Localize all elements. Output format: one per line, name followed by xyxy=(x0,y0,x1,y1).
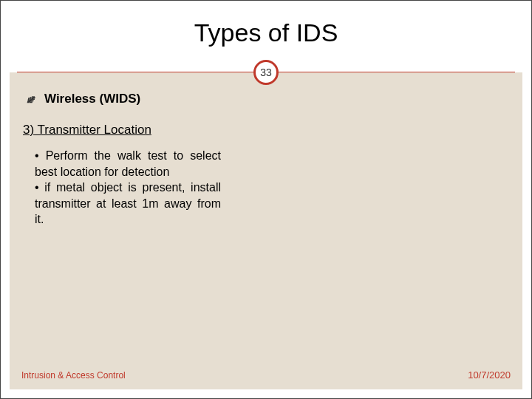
bullet-icon: ⸙ xyxy=(27,92,34,106)
footer-left: Intrusion & Access Control xyxy=(21,370,126,381)
section-title: 3) Transmitter Location xyxy=(23,123,505,137)
content-block: • Perform the walk test to select best l… xyxy=(35,148,221,228)
page-number-badge: 33 xyxy=(253,60,279,85)
slide-body: ⸙Wireless (WIDS) 3) Transmitter Location… xyxy=(10,72,522,389)
bullet-item: • Perform the walk test to select best l… xyxy=(35,148,221,180)
footer-right: 10/7/2020 xyxy=(468,369,511,381)
subheading-row: ⸙Wireless (WIDS) xyxy=(27,92,505,106)
slide-title: Types of IDS xyxy=(1,1,531,47)
slide: Types of IDS 33 ⸙Wireless (WIDS) 3) Tran… xyxy=(0,0,532,399)
bullet-item: • if metal object is present, install tr… xyxy=(35,180,221,228)
subheading-text: Wireless (WIDS) xyxy=(44,92,140,106)
